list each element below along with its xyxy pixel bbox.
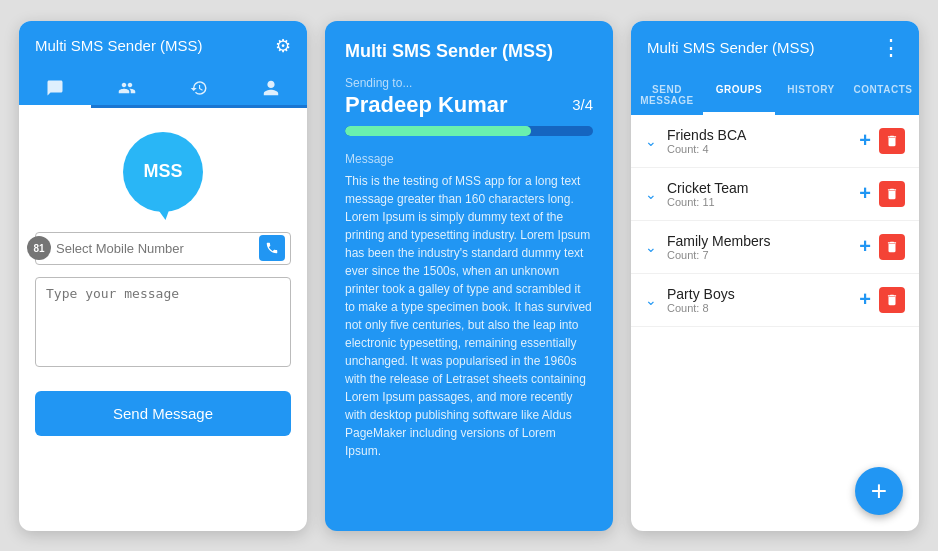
history-icon xyxy=(190,79,208,97)
panel1-header: Multi SMS Sender (MSS) ⚙ xyxy=(19,21,307,71)
message-body: This is the testing of MSS app for a lon… xyxy=(345,172,593,511)
panel3-title: Multi SMS Sender (MSS) xyxy=(647,39,815,56)
group-count: Count: 7 xyxy=(667,249,859,261)
panel3-tabs: SEND MESSAGE GROUPS HISTORY CONTACTS xyxy=(631,75,919,115)
panel-sms-sender: Multi SMS Sender (MSS) ⚙ MSS 81 Send M xyxy=(19,21,307,531)
tab-groups[interactable]: GROUPS xyxy=(703,75,775,115)
trash-icon xyxy=(885,293,899,307)
phone-input[interactable] xyxy=(35,232,291,265)
profile-icon xyxy=(262,79,280,97)
group-item: ⌄ Party Boys Count: 8 + xyxy=(631,274,919,327)
tab-history[interactable] xyxy=(163,71,235,105)
panel1-tabs xyxy=(19,71,307,108)
mss-logo-text: MSS xyxy=(143,161,182,182)
more-icon[interactable]: ⋮ xyxy=(880,35,903,61)
progress-bar-bg xyxy=(345,126,593,136)
tab-contacts[interactable]: CONTACTS xyxy=(847,75,919,115)
contacts-icon xyxy=(118,79,136,97)
message-label: Message xyxy=(345,152,593,166)
group-actions: + xyxy=(859,181,905,207)
mss-logo: MSS xyxy=(123,132,203,212)
tab-history[interactable]: HISTORY xyxy=(775,75,847,115)
group-actions: + xyxy=(859,234,905,260)
chevron-icon[interactable]: ⌄ xyxy=(645,186,657,202)
tab-message[interactable] xyxy=(19,71,91,108)
tab-profile[interactable] xyxy=(235,71,307,105)
panel3-header: Multi SMS Sender (MSS) ⋮ xyxy=(631,21,919,75)
trash-icon xyxy=(885,187,899,201)
group-info: Family Members Count: 7 xyxy=(667,233,859,261)
tab-send-message[interactable]: SEND MESSAGE xyxy=(631,75,703,115)
delete-icon[interactable] xyxy=(879,234,905,260)
group-count: Count: 11 xyxy=(667,196,859,208)
recipient-row: Pradeep Kumar 3/4 xyxy=(345,92,593,118)
phone-icon xyxy=(265,241,279,255)
delete-icon[interactable] xyxy=(879,181,905,207)
group-count: Count: 4 xyxy=(667,143,859,155)
group-name: Friends BCA xyxy=(667,127,859,143)
group-count: Count: 8 xyxy=(667,302,859,314)
logo-tail xyxy=(156,206,171,220)
progress-bar-fill xyxy=(345,126,531,136)
chevron-icon[interactable]: ⌄ xyxy=(645,239,657,255)
group-actions: + xyxy=(859,128,905,154)
add-icon[interactable]: + xyxy=(859,129,871,152)
panel2-title: Multi SMS Sender (MSS) xyxy=(345,41,593,62)
delete-icon[interactable] xyxy=(879,287,905,313)
chevron-icon[interactable]: ⌄ xyxy=(645,133,657,149)
message-icon xyxy=(46,79,64,97)
gear-icon[interactable]: ⚙ xyxy=(275,35,291,57)
tab-contacts[interactable] xyxy=(91,71,163,105)
trash-icon xyxy=(885,240,899,254)
trash-icon xyxy=(885,134,899,148)
panel-sending: Multi SMS Sender (MSS) Sending to... Pra… xyxy=(325,21,613,531)
panel1-title: Multi SMS Sender (MSS) xyxy=(35,37,203,54)
recipient-name: Pradeep Kumar xyxy=(345,92,508,118)
group-item: ⌄ Cricket Team Count: 11 + xyxy=(631,168,919,221)
panel1-body: MSS 81 Send Message xyxy=(19,108,307,531)
contact-badge: 81 xyxy=(27,236,51,260)
delete-icon[interactable] xyxy=(879,128,905,154)
group-item: ⌄ Family Members Count: 7 + xyxy=(631,221,919,274)
panel2-sending-label: Sending to... xyxy=(345,76,593,90)
groups-list: ⌄ Friends BCA Count: 4 + ⌄ Cricket Team … xyxy=(631,115,919,531)
add-icon[interactable]: + xyxy=(859,288,871,311)
phone-input-row: 81 xyxy=(35,232,291,265)
phone-icon-btn[interactable] xyxy=(259,235,285,261)
message-textarea[interactable] xyxy=(35,277,291,367)
group-name: Family Members xyxy=(667,233,859,249)
add-icon[interactable]: + xyxy=(859,182,871,205)
group-info: Friends BCA Count: 4 xyxy=(667,127,859,155)
panel-groups: Multi SMS Sender (MSS) ⋮ SEND MESSAGE GR… xyxy=(631,21,919,531)
group-name: Cricket Team xyxy=(667,180,859,196)
group-item: ⌄ Friends BCA Count: 4 + xyxy=(631,115,919,168)
group-actions: + xyxy=(859,287,905,313)
group-name: Party Boys xyxy=(667,286,859,302)
add-icon[interactable]: + xyxy=(859,235,871,258)
progress-count: 3/4 xyxy=(572,96,593,113)
chevron-icon[interactable]: ⌄ xyxy=(645,292,657,308)
send-button[interactable]: Send Message xyxy=(35,391,291,436)
fab-add-group[interactable]: + xyxy=(855,467,903,515)
group-info: Party Boys Count: 8 xyxy=(667,286,859,314)
group-info: Cricket Team Count: 11 xyxy=(667,180,859,208)
